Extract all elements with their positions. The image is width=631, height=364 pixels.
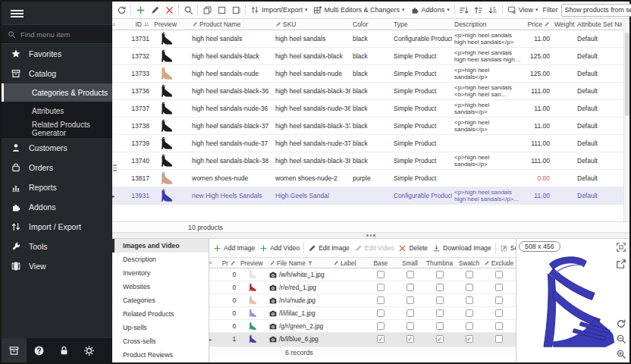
product-row[interactable]: ▸ 13731 high heel sandals high heel sand… bbox=[112, 30, 629, 48]
small-checkbox[interactable] bbox=[407, 309, 414, 317]
refresh-image-icon[interactable] bbox=[616, 318, 626, 329]
swatch-checkbox[interactable] bbox=[466, 297, 473, 304]
add-image-button[interactable]: Add Image bbox=[211, 241, 257, 255]
exclude-checkbox[interactable] bbox=[495, 271, 503, 278]
tab-product-reviews[interactable]: Product Reviews bbox=[112, 348, 209, 362]
sort-descending-button[interactable] bbox=[486, 4, 500, 17]
add-product-button[interactable] bbox=[133, 4, 147, 17]
swatch-checkbox[interactable] bbox=[466, 284, 473, 291]
panel-splitter[interactable] bbox=[112, 233, 629, 239]
sidebar-item-reports[interactable]: Reports bbox=[2, 177, 112, 197]
sort-az-button[interactable] bbox=[457, 4, 471, 17]
exclude-checkbox[interactable] bbox=[495, 297, 503, 304]
edit-image-button[interactable]: Edit Image bbox=[306, 241, 352, 255]
thumbnail-checkbox[interactable] bbox=[436, 297, 444, 304]
column-header-swatch[interactable]: Swatch bbox=[454, 259, 484, 267]
tab-description[interactable]: Description bbox=[112, 253, 209, 266]
splitter-grip[interactable] bbox=[113, 165, 118, 175]
base-checkbox[interactable] bbox=[377, 322, 385, 330]
image-row[interactable]: ▸ 0 /n/u/nude.jpg bbox=[209, 294, 516, 307]
column-header-label[interactable]: Label bbox=[331, 259, 366, 267]
exclude-checkbox[interactable] bbox=[495, 335, 503, 343]
edit-video-button[interactable]: Edit Video bbox=[352, 241, 397, 255]
tab-inventory[interactable]: Inventory bbox=[112, 266, 209, 280]
product-row[interactable]: ▸ 13740 high heel sandals-black-38 high … bbox=[112, 152, 629, 170]
tab-categories[interactable]: Categories bbox=[112, 293, 209, 307]
sidebar-item-favorites[interactable]: Favorites bbox=[2, 44, 112, 64]
sidebar-item-categories-products[interactable]: Categories & Products bbox=[2, 83, 112, 102]
zoom-in-icon[interactable] bbox=[616, 349, 626, 359]
download-image-button[interactable]: Download Image bbox=[430, 241, 494, 255]
sidebar-item-view[interactable]: View bbox=[2, 256, 112, 276]
thumbnail-checkbox[interactable] bbox=[436, 284, 444, 291]
swatch-checkbox[interactable] bbox=[466, 335, 473, 343]
lock-icon[interactable] bbox=[52, 338, 77, 362]
column-header-position[interactable]: Pr bbox=[217, 259, 238, 267]
thumbnail-checkbox[interactable] bbox=[436, 271, 444, 278]
exclude-checkbox[interactable] bbox=[495, 309, 503, 317]
small-checkbox[interactable] bbox=[407, 322, 414, 330]
image-row[interactable]: ▸ 0 /r/e/red_1.jpg bbox=[209, 281, 516, 294]
swatch-checkbox[interactable] bbox=[466, 271, 473, 278]
column-header-description[interactable]: Description bbox=[452, 20, 523, 28]
column-header-small[interactable]: Small bbox=[395, 259, 425, 267]
menu-search-input[interactable] bbox=[20, 30, 96, 39]
gear-icon[interactable] bbox=[77, 338, 102, 362]
image-row[interactable]: ▸ 0 /w/h/white_1.jpg bbox=[209, 268, 516, 281]
product-row[interactable]: ▸ 13817 women shoes-nude women shoes-nud… bbox=[112, 170, 629, 187]
base-checkbox[interactable] bbox=[377, 271, 385, 278]
sidebar-item-customers[interactable]: Customers bbox=[2, 138, 112, 158]
tab-websites[interactable]: Websites bbox=[112, 280, 209, 293]
small-checkbox[interactable] bbox=[407, 284, 414, 291]
filter-select[interactable]: Show products from selected categories ▾ bbox=[561, 4, 631, 17]
sidebar-search[interactable] bbox=[2, 24, 112, 44]
exclude-checkbox[interactable] bbox=[495, 284, 503, 291]
base-checkbox[interactable] bbox=[377, 335, 385, 343]
menu-toggle-button[interactable] bbox=[2, 2, 112, 24]
column-header-preview[interactable]: Preview bbox=[152, 20, 190, 28]
column-header-file-name[interactable]: File Name bbox=[267, 259, 331, 267]
exclude-checkbox[interactable] bbox=[495, 322, 503, 330]
column-header-id[interactable]: ID bbox=[120, 20, 152, 28]
view-button[interactable]: View▾ bbox=[505, 4, 541, 17]
column-header-exclude[interactable]: Exclude bbox=[484, 259, 513, 267]
column-header-weight[interactable]: Weight bbox=[552, 20, 575, 28]
image-row[interactable]: ▸ 1 /b/l/blue_6.jpg bbox=[209, 333, 516, 346]
thumbnail-checkbox[interactable] bbox=[436, 309, 444, 317]
thumbnail-checkbox[interactable] bbox=[436, 335, 444, 343]
column-header-price[interactable]: Price bbox=[523, 20, 552, 28]
zoom-out-icon[interactable] bbox=[616, 334, 626, 344]
column-header-thumbnail[interactable]: Thumbna bbox=[425, 259, 454, 267]
sidebar-item-import-export[interactable]: Import / Export bbox=[2, 217, 112, 237]
column-header-type[interactable]: Type bbox=[391, 20, 452, 28]
product-row[interactable]: ▸ 13732 high heel sandals-black high hee… bbox=[112, 48, 629, 65]
base-checkbox[interactable] bbox=[377, 284, 385, 291]
sidebar-item-tools[interactable]: Tools bbox=[2, 237, 112, 256]
base-checkbox[interactable] bbox=[377, 309, 385, 317]
tab-related-products[interactable]: Related Products bbox=[112, 307, 209, 321]
store-icon[interactable] bbox=[2, 338, 27, 362]
sort-ascending-button[interactable] bbox=[472, 4, 485, 17]
scrollbar-thumb[interactable] bbox=[625, 33, 629, 116]
thumbnail-checkbox[interactable] bbox=[436, 322, 444, 330]
paste-special-button[interactable] bbox=[229, 4, 243, 17]
delete-button[interactable]: Delete bbox=[396, 241, 430, 255]
swatch-checkbox[interactable] bbox=[466, 309, 473, 317]
product-row[interactable]: ▸ 13737 high heel sandals-nude-36 high h… bbox=[112, 100, 629, 118]
fullscreen-icon[interactable] bbox=[616, 242, 626, 253]
paste-button[interactable] bbox=[215, 4, 228, 17]
help-icon[interactable] bbox=[27, 338, 52, 362]
open-external-icon[interactable] bbox=[616, 259, 626, 269]
sidebar-item-catalog[interactable]: Catalog bbox=[2, 64, 112, 83]
multi-editors-button[interactable]: Multi Editors & Changers▾ bbox=[311, 4, 407, 17]
sidebar-item-attributes[interactable]: Attributes bbox=[2, 102, 112, 120]
addons-button[interactable]: Addons▾ bbox=[408, 4, 452, 17]
tab-cross-sells[interactable]: Cross-sells bbox=[112, 334, 209, 348]
small-checkbox[interactable] bbox=[407, 297, 414, 304]
swatch-checkbox[interactable] bbox=[466, 322, 473, 330]
base-checkbox[interactable] bbox=[377, 297, 385, 304]
column-header-base[interactable]: Base bbox=[366, 259, 395, 267]
column-header-color[interactable]: Color bbox=[350, 20, 391, 28]
add-video-button[interactable]: Add Video bbox=[257, 241, 302, 255]
sidebar-item-related-products-generator[interactable]: Related Products Generator bbox=[2, 120, 112, 138]
